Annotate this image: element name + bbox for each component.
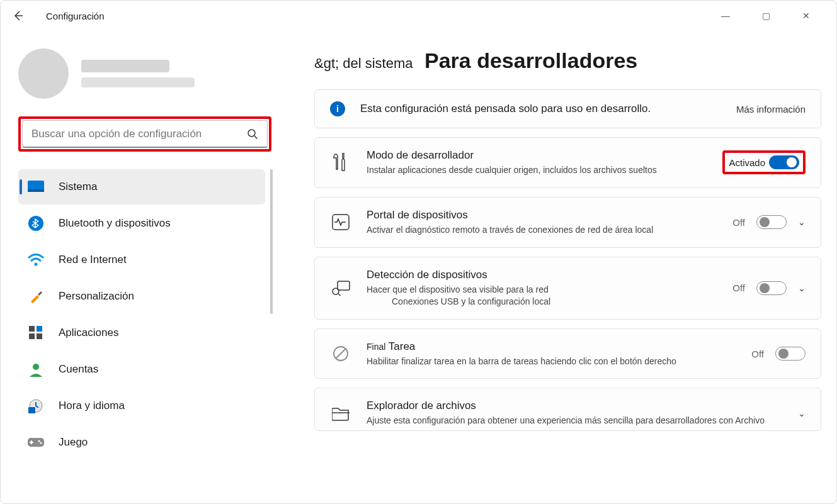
chevron-down-icon[interactable]: ⌄ xyxy=(798,408,806,418)
sidebar-item-bluetooth[interactable]: Bluetooth y dispositivos xyxy=(18,206,265,241)
svg-rect-16 xyxy=(338,281,350,290)
dev-mode-highlight: Activado xyxy=(722,150,806,174)
prohibit-icon xyxy=(330,345,351,362)
sidebar-item-label: Juego xyxy=(59,436,88,449)
svg-point-0 xyxy=(248,130,255,137)
breadcrumb[interactable]: &gt; del sistema xyxy=(314,55,413,72)
svg-line-1 xyxy=(254,136,258,139)
sidebar-item-label: Hora y idioma xyxy=(59,400,125,412)
svg-point-5 xyxy=(35,263,38,266)
sidebar: Sistema Bluetooth y dispositivos Red e I… xyxy=(1,31,284,503)
card-desc: Hacer que el dispositivo sea visible par… xyxy=(367,284,717,308)
svg-point-17 xyxy=(333,288,339,294)
card-title: Detección de dispositivos xyxy=(367,269,717,281)
clock-icon xyxy=(27,397,45,415)
svg-rect-7 xyxy=(37,326,42,332)
brush-icon xyxy=(27,288,45,305)
svg-line-18 xyxy=(338,294,341,296)
window-controls xyxy=(713,11,831,21)
close-button[interactable] xyxy=(794,11,819,21)
svg-point-10 xyxy=(33,364,39,370)
sidebar-item-personalization[interactable]: Personalización xyxy=(18,279,265,314)
card-desc-a: Hacer que el dispositivo sea visible par… xyxy=(367,284,549,294)
sidebar-item-label: Red e Internet xyxy=(59,254,127,266)
card-desc-b: Conexiones USB y la configuración local xyxy=(392,296,550,308)
search-box[interactable] xyxy=(22,120,268,148)
heartbeat-icon xyxy=(330,214,351,230)
card-end-task: Final Tarea Habilitar finalizar tarea en… xyxy=(314,328,821,379)
svg-rect-9 xyxy=(37,333,42,339)
svg-point-14 xyxy=(40,442,42,444)
card-desc: Activar el diagnóstico remoto a través d… xyxy=(367,224,717,236)
card-desc: Ajuste esta configuración para obtener u… xyxy=(367,415,783,427)
toggle-state-label: Activado xyxy=(729,157,765,168)
card-title-a: Final xyxy=(367,342,385,352)
svg-rect-12 xyxy=(28,407,35,413)
card-device-discovery[interactable]: Detección de dispositivos Hacer que el d… xyxy=(314,257,821,320)
app-title: Configuración xyxy=(46,11,105,21)
info-icon: i xyxy=(330,101,345,116)
search-icon[interactable] xyxy=(247,128,258,140)
account-icon xyxy=(27,361,45,378)
toggle-state-label: Off xyxy=(751,349,764,359)
discovery-icon xyxy=(330,281,351,296)
sidebar-item-system[interactable]: Sistema xyxy=(18,169,265,204)
bluetooth-icon xyxy=(27,215,45,232)
card-file-explorer[interactable]: Explorador de archivos Ajuste esta confi… xyxy=(314,388,821,431)
arrow-left-icon xyxy=(12,9,25,22)
avatar[interactable] xyxy=(18,48,69,99)
sidebar-item-label: Sistema xyxy=(59,181,97,193)
svg-point-13 xyxy=(38,440,40,442)
device-portal-toggle[interactable] xyxy=(756,215,787,229)
page-title: Para desarrolladores xyxy=(424,48,637,73)
svg-rect-8 xyxy=(29,333,35,339)
system-icon xyxy=(27,178,45,196)
folder-icon xyxy=(330,406,351,421)
card-title: Modo de desarrollador xyxy=(367,149,707,162)
back-button[interactable] xyxy=(6,3,31,28)
sidebar-item-network[interactable]: Red e Internet xyxy=(18,242,265,277)
device-discovery-toggle[interactable] xyxy=(756,281,787,295)
sidebar-scrollbar[interactable] xyxy=(270,169,273,314)
card-dev-mode: Modo de desarrollador Instalar aplicacio… xyxy=(314,137,821,188)
sidebar-item-label: Cuentas xyxy=(59,363,98,376)
apps-icon xyxy=(27,324,45,342)
profile-sub-placeholder xyxy=(81,77,195,87)
search-input[interactable] xyxy=(31,128,247,140)
chevron-down-icon[interactable]: ⌄ xyxy=(798,217,806,227)
sidebar-item-accounts[interactable]: Cuentas xyxy=(18,352,265,387)
sidebar-item-label: Personalización xyxy=(59,290,134,303)
sidebar-item-gaming[interactable]: Juego xyxy=(18,425,265,460)
end-task-toggle[interactable] xyxy=(775,347,806,361)
titlebar: Configuración xyxy=(1,1,836,31)
more-info-link[interactable]: Más información xyxy=(736,104,806,115)
card-title: Explorador de archivos xyxy=(367,400,783,412)
card-desc: Habilitar finalizar tarea en la barra de… xyxy=(367,356,736,367)
sidebar-item-time[interactable]: Hora y idioma xyxy=(18,388,265,423)
sidebar-item-label: Bluetooth y dispositivos xyxy=(59,217,171,230)
chevron-down-icon[interactable]: ⌄ xyxy=(798,283,806,293)
main-content: &gt; del sistema Para desarrolladores i … xyxy=(284,31,836,503)
sidebar-item-label: Aplicaciones xyxy=(59,327,118,339)
card-device-portal[interactable]: Portal de dispositivos Activar el diagnó… xyxy=(314,197,821,248)
card-title: Final Tarea xyxy=(367,340,736,353)
maximize-button[interactable] xyxy=(753,11,778,21)
toggle-state-label: Off xyxy=(732,217,745,228)
card-title: Portal de dispositivos xyxy=(367,209,717,221)
page-header: &gt; del sistema Para desarrolladores xyxy=(314,48,821,73)
tools-icon xyxy=(330,153,351,172)
minimize-button[interactable] xyxy=(713,11,738,21)
svg-rect-6 xyxy=(29,326,35,332)
sidebar-item-apps[interactable]: Aplicaciones xyxy=(18,315,265,350)
card-desc: Instalar aplicaciones desde cualquier or… xyxy=(367,164,707,176)
card-title-b: Tarea xyxy=(389,340,416,352)
info-banner: i Esta configuración está pensada solo p… xyxy=(314,89,821,128)
svg-rect-3 xyxy=(28,189,44,192)
game-icon xyxy=(27,434,45,451)
dev-mode-toggle[interactable] xyxy=(769,155,799,169)
wifi-icon xyxy=(27,251,45,269)
nav: Sistema Bluetooth y dispositivos Red e I… xyxy=(18,169,271,460)
profile-block xyxy=(18,48,271,99)
toggle-state-label: Off xyxy=(732,283,745,293)
profile-name-placeholder xyxy=(81,60,169,72)
